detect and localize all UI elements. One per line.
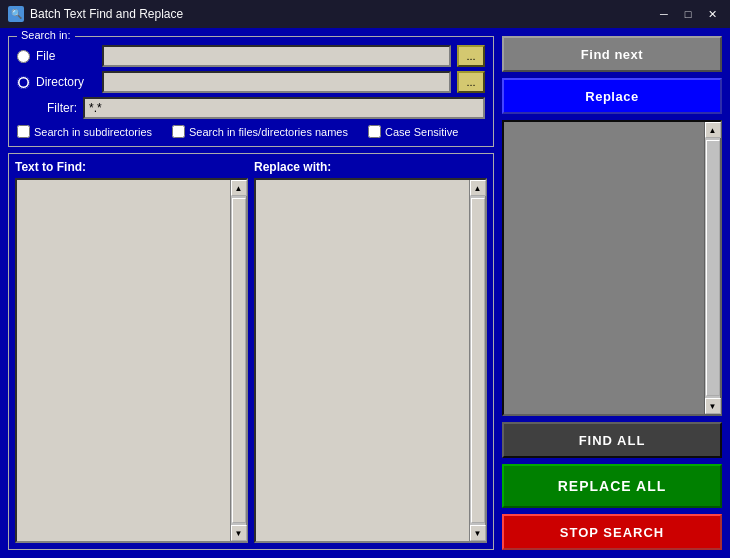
preview-scroll-down[interactable]: ▼: [705, 398, 721, 414]
title-bar-left: 🔍 Batch Text Find and Replace: [8, 6, 183, 22]
replace-text-wrapper: ▲ ▼: [254, 178, 487, 543]
replace-scrollbar[interactable]: ▲ ▼: [469, 180, 485, 541]
stop-search-button[interactable]: STOP SEARCH: [502, 514, 722, 550]
subdirectories-checkbox[interactable]: [17, 125, 30, 138]
find-scrollbar[interactable]: ▲ ▼: [230, 180, 246, 541]
group-label: Search in:: [17, 29, 75, 41]
find-all-button[interactable]: FIND ALL: [502, 422, 722, 458]
app-icon: 🔍: [8, 6, 24, 22]
replace-scroll-down[interactable]: ▼: [470, 525, 486, 541]
filter-label: Filter:: [17, 101, 77, 115]
title-controls[interactable]: ─ □ ✕: [654, 5, 722, 23]
checkbox-row: Search in subdirectories Search in files…: [17, 125, 485, 138]
replace-text-block: Replace with: ▲ ▼: [254, 160, 487, 543]
replace-all-button[interactable]: REPLACE ALL: [502, 464, 722, 508]
file-radio[interactable]: [17, 50, 30, 63]
maximize-button[interactable]: □: [678, 5, 698, 23]
file-browse-button[interactable]: ...: [457, 45, 485, 67]
find-textarea[interactable]: [17, 180, 230, 541]
directory-radio-label[interactable]: Directory: [36, 75, 96, 89]
replace-label: Replace with:: [254, 160, 487, 174]
case-sensitive-checkbox[interactable]: [368, 125, 381, 138]
close-button[interactable]: ✕: [702, 5, 722, 23]
file-path-input[interactable]: [102, 45, 451, 67]
filedir-names-checkbox[interactable]: [172, 125, 185, 138]
subdirectories-checkbox-label[interactable]: Search in subdirectories: [17, 125, 152, 138]
replace-scroll-up[interactable]: ▲: [470, 180, 486, 196]
file-radio-row: File ...: [17, 45, 485, 67]
directory-path-input[interactable]: [102, 71, 451, 93]
preview-scrollbar[interactable]: ▲ ▼: [704, 122, 720, 414]
text-areas-section: Text to Find: ▲ ▼ Replace with:: [8, 153, 494, 550]
replace-button[interactable]: Replace: [502, 78, 722, 114]
search-in-group: Search in: File ... Directory ... Filter…: [8, 36, 494, 147]
app-title: Batch Text Find and Replace: [30, 7, 183, 21]
directory-radio-row: Directory ...: [17, 71, 485, 93]
replace-textarea[interactable]: [256, 180, 469, 541]
find-text-wrapper: ▲ ▼: [15, 178, 248, 543]
title-bar: 🔍 Batch Text Find and Replace ─ □ ✕: [0, 0, 730, 28]
filedir-names-checkbox-label[interactable]: Search in files/directories names: [172, 125, 348, 138]
directory-radio[interactable]: [17, 76, 30, 89]
directory-browse-button[interactable]: ...: [457, 71, 485, 93]
find-text-block: Text to Find: ▲ ▼: [15, 160, 248, 543]
text-areas-row: Text to Find: ▲ ▼ Replace with:: [15, 160, 487, 543]
left-panel: Search in: File ... Directory ... Filter…: [8, 36, 494, 550]
find-next-button[interactable]: Find next: [502, 36, 722, 72]
case-sensitive-checkbox-label[interactable]: Case Sensitive: [368, 125, 458, 138]
find-scroll-down[interactable]: ▼: [231, 525, 247, 541]
find-scroll-thumb[interactable]: [232, 198, 246, 523]
main-window: Search in: File ... Directory ... Filter…: [0, 28, 730, 558]
preview-box: ▲ ▼: [502, 120, 722, 416]
preview-scroll-thumb[interactable]: [706, 140, 720, 396]
find-label: Text to Find:: [15, 160, 248, 174]
replace-scroll-thumb[interactable]: [471, 198, 485, 523]
file-radio-label[interactable]: File: [36, 49, 96, 63]
filter-input[interactable]: [83, 97, 485, 119]
filter-row: Filter:: [17, 97, 485, 119]
find-scroll-up[interactable]: ▲: [231, 180, 247, 196]
minimize-button[interactable]: ─: [654, 5, 674, 23]
preview-scroll-up[interactable]: ▲: [705, 122, 721, 138]
right-panel: Find next Replace ▲ ▼ FIND ALL REPLACE A…: [502, 36, 722, 550]
